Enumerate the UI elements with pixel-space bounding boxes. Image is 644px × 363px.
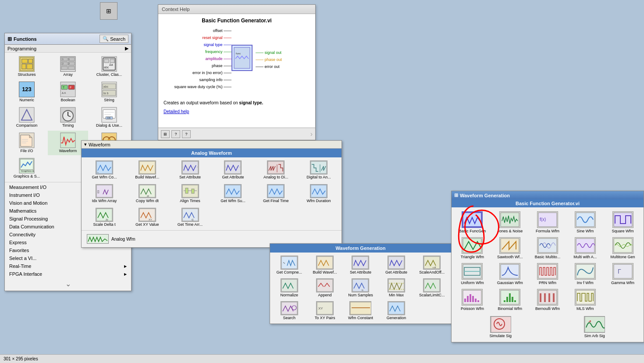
panel-item-copywfmdt[interactable]: dt Copy Wfm dt xyxy=(126,183,168,205)
wgen-large-item-prnwfm[interactable]: PRN Wfm xyxy=(530,262,566,286)
help-btn-1[interactable]: ⊞ xyxy=(161,130,170,138)
wgen-item-toxypairs[interactable]: XY To XY Pairs xyxy=(307,300,342,322)
fn-item-array[interactable]: 1 1 2 2 Array xyxy=(48,54,88,79)
svg-rect-149 xyxy=(548,293,550,302)
svg-text:2: 2 xyxy=(62,62,64,65)
wgen-large-item-bernouilliwfm[interactable]: Bernoulli Wfm xyxy=(530,288,566,312)
wgen-large-item-basicmulti[interactable]: Basic Multito... xyxy=(530,236,566,260)
wgen-large-item-basicfuncgen[interactable]: Basic FuncGen xyxy=(454,210,491,235)
panel-item-gettimearr[interactable]: t[] Get Time Arr... xyxy=(169,206,211,228)
wgen-large-item-squarewfm[interactable]: Square Wfm xyxy=(605,210,641,235)
svg-text:∿: ∿ xyxy=(97,171,99,174)
panel-label-aligntimes: Align Times xyxy=(180,199,200,203)
svg-text:OK: OK xyxy=(107,117,111,119)
panel-item-d2a[interactable]: Digital to An... xyxy=(298,159,340,181)
fn-menu-realtime[interactable]: Real-Time ▶ xyxy=(5,262,131,270)
fn-label-cluster: Cluster, Clas... xyxy=(96,73,122,77)
fn-item-cluster[interactable]: abc Δa Cluster, Clas... xyxy=(89,54,129,79)
fn-item-fileio[interactable]: File I/O xyxy=(7,131,47,155)
panel-item-getfinaltime[interactable]: Get Final Time xyxy=(255,183,297,205)
svg-rect-3 xyxy=(22,64,26,69)
wgen-large-label-sinewfm: Sine Wfm xyxy=(576,229,594,233)
output-phase: —— phase out xyxy=(256,56,282,63)
svg-rect-144 xyxy=(512,297,513,302)
wgen-large-item-trianglewfm[interactable]: Triangle Wfm xyxy=(454,236,491,260)
wgen-large-label-squarewfm: Square Wfm xyxy=(612,229,634,233)
wgen-large-item-multitonegen[interactable]: Multitone Gen xyxy=(605,236,641,260)
help-btn-2[interactable]: ? xyxy=(171,130,180,138)
wgen-item-scaleoff[interactable]: +off ScaleAndOff... xyxy=(415,254,449,276)
fn-menu-selectvi[interactable]: Select a VI... xyxy=(5,254,131,262)
wgen-large-item-simulatesig[interactable]: Simulate Sig xyxy=(454,315,547,339)
panel-item-analogwfm[interactable]: Analog Wfm xyxy=(85,232,137,246)
panel-item-aligntimes[interactable]: Align Times xyxy=(169,183,211,205)
wgen-large-item-simarbsig[interactable]: Sim Arb Sig xyxy=(548,315,641,339)
waveform-submenu-header: ▾ Waveform xyxy=(82,141,342,149)
wgen-item-wfmconstant[interactable]: Wfm Constant xyxy=(343,300,378,322)
panel-item-getwfmco[interactable]: ∿ Get Wfm Co... xyxy=(83,159,125,181)
wgen-item-generation[interactable]: Generation xyxy=(379,300,413,322)
wgen-large-item-poissonwfm[interactable]: Poisson Wfm xyxy=(454,288,491,312)
waveform-gen-small: Waveform Generation ∿ Get Compne... Buil… xyxy=(270,243,452,324)
wgen-item-setattr[interactable]: Set Attribute xyxy=(343,254,378,276)
wgen-item-append[interactable]: Append xyxy=(307,277,342,299)
panel-item-getattr[interactable]: Get Attribute xyxy=(212,159,254,181)
wgen-large-label-multiwitha: Multi with A... xyxy=(573,255,597,259)
wgen-large-item-jonesnoise[interactable]: Jones & Noise xyxy=(492,210,528,235)
wgen-label-scalarlimit: ScalarLimitC... xyxy=(419,293,445,298)
wgen-label-getattr: Get Attribute xyxy=(385,270,407,275)
help-btn-3[interactable]: ? xyxy=(182,130,191,138)
fn-item-boolean[interactable]: T F Δ A Boolean xyxy=(48,80,88,104)
input-sampling: sampling info —— xyxy=(164,76,231,83)
fn-item-graphics[interactable]: Graphics & S... Graphics & S... xyxy=(7,156,47,181)
wgen-item-search[interactable]: Search xyxy=(272,300,306,322)
fn-menu-realtime-arrow: ▶ xyxy=(124,264,127,268)
panel-item-scaledelta[interactable]: Δt Scale Delta t xyxy=(83,206,125,228)
wgen-large-item-binomialwfm[interactable]: Binomial Wfm xyxy=(492,288,528,312)
detailed-help-link[interactable]: Detailed help xyxy=(164,109,189,114)
wgen-label-wfmconstant: Wfm Constant xyxy=(348,316,373,320)
panel-item-a2d[interactable]: Analog to Di... xyxy=(255,159,297,181)
wgen-item-getcompne[interactable]: ∿ Get Compne... xyxy=(272,254,306,276)
wgen-item-minmax[interactable]: Min Max xyxy=(379,277,413,299)
panel-item-idxwfm[interactable]: [] Idx Wfm Array xyxy=(83,183,125,205)
panel-item-buildwavef[interactable]: Build Wavef... xyxy=(126,159,168,181)
wgen-large-item-multiwitha[interactable]: Multi with A... xyxy=(567,236,603,260)
analog-waveform-grid-row1: ∿ Get Wfm Co... Build Wavef... Set Attri… xyxy=(82,157,342,183)
wgen-large-item-invfwfm[interactable]: Inv f Wfm xyxy=(567,262,603,286)
wgen-large-item-gammawfm[interactable]: Γ Gamma Wfm xyxy=(605,262,641,286)
search-button[interactable]: 🔍 Search xyxy=(100,35,128,43)
fn-item-structures[interactable]: Structures xyxy=(7,54,47,79)
fn-item-dialog[interactable]: OK Dialog & Use... xyxy=(89,105,129,130)
svg-rect-4 xyxy=(27,64,32,69)
wgen-large-item-uniformwfm[interactable]: Uniform Wfm xyxy=(454,262,491,286)
wgen-item-scalarlimit[interactable]: ScalarLimitC... xyxy=(415,277,449,299)
fn-item-string[interactable]: abc la b String xyxy=(89,80,129,104)
wgen-item-normalize[interactable]: Normalize xyxy=(272,277,306,299)
search-icon: 🔍 xyxy=(103,36,109,42)
wgen-large-label-gaussianwfm: Gaussian Wfm xyxy=(497,281,523,285)
fn-item-comparison[interactable]: Comparison xyxy=(7,105,47,130)
fn-item-numeric[interactable]: 123 Numeric xyxy=(7,80,47,104)
wgen-simulate-row: Simulate Sig Sim Arb Sig xyxy=(452,315,644,342)
wgen-large-item-gaussianwfm[interactable]: Gaussian Wfm xyxy=(492,262,528,286)
fn-menu-favorites[interactable]: Favorites xyxy=(5,246,131,254)
panel-item-getwfmsu[interactable]: Get Wfm Su... xyxy=(212,183,254,205)
wgen-large-item-formulawfm[interactable]: f(x) Formula Wfm xyxy=(530,210,566,235)
fn-item-timing[interactable]: Timing xyxy=(48,105,88,130)
wgen-large-item-mlswfm[interactable]: MLS Wfm xyxy=(567,288,603,312)
svg-text:F: F xyxy=(70,86,71,89)
wgen-large-item-sawtooth[interactable]: Sawtooth Wf... xyxy=(492,236,528,260)
fn-menu-more[interactable]: ⌄ xyxy=(5,278,131,290)
waveform-gen-large: ⊞ Waveform Generation Basic Function Gen… xyxy=(451,191,644,342)
wgen-item-numsamples[interactable]: N Num Samples xyxy=(343,277,378,299)
wgen-label-numsamples: Num Samples xyxy=(348,293,373,298)
panel-item-getxyvalue[interactable]: XY Get XY Value xyxy=(126,206,168,228)
wgen-item-getattr[interactable]: Get Attribute xyxy=(379,254,413,276)
wgen-large-item-sinewfm[interactable]: Sine Wfm xyxy=(567,210,603,235)
panel-item-setattr[interactable]: Set Attribute xyxy=(169,159,211,181)
panel-item-wfmduration[interactable]: Wfm Duration xyxy=(298,183,340,205)
svg-rect-119 xyxy=(614,213,632,227)
fn-menu-fpga[interactable]: FPGA Interface ▶ xyxy=(5,270,131,278)
wgen-item-buildwavef[interactable]: Build Wavef... xyxy=(307,254,342,276)
